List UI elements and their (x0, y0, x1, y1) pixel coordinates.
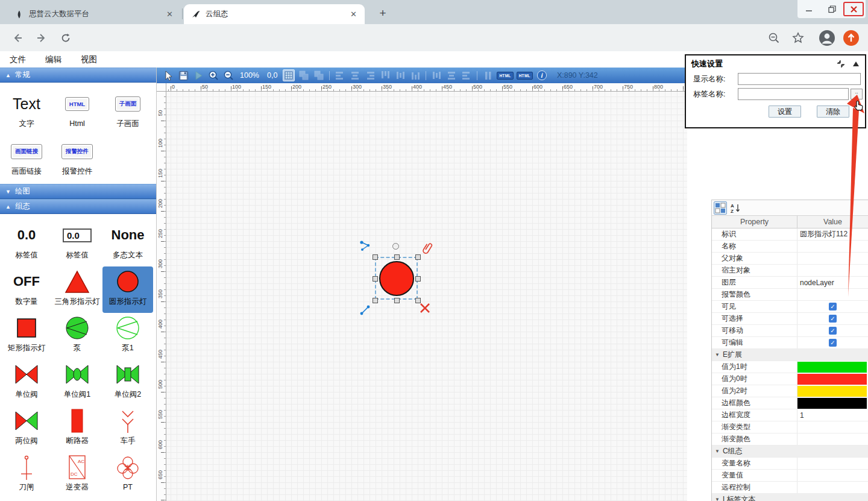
selection-handle[interactable] (415, 254, 421, 260)
color-swatch[interactable] (797, 386, 867, 397)
property-value[interactable]: 1 (797, 409, 868, 421)
color-swatch[interactable] (797, 374, 867, 385)
palette-general-item-button[interactable]: HTMLHtml (52, 89, 102, 136)
palette-general-item-text[interactable]: Text文字 (1, 89, 52, 136)
palette-scada-item-big-text[interactable]: None多态文本 (102, 220, 153, 266)
color-swatch[interactable] (797, 362, 867, 373)
property-row[interactable]: 变量值 (712, 470, 868, 482)
property-row[interactable]: 值为2时 (712, 385, 868, 397)
back-icon[interactable] (8, 29, 27, 47)
selection-handle[interactable] (415, 298, 421, 303)
checkbox-checked-icon[interactable]: ✓ (829, 303, 837, 310)
connect-tool-icon[interactable] (359, 240, 371, 252)
property-row[interactable]: 变量名称 (712, 458, 868, 470)
new-tab-button[interactable]: + (375, 5, 391, 21)
property-row[interactable]: 父对象 (712, 253, 868, 265)
bookmark-star-icon[interactable] (790, 30, 807, 46)
property-row[interactable]: 值为0时 (712, 373, 868, 385)
tag-name-input[interactable] (738, 88, 849, 100)
palette-scada-item-pt[interactable]: PT (102, 452, 153, 499)
selection-handle[interactable] (373, 254, 378, 260)
circle-indicator-object[interactable] (379, 261, 414, 296)
palette-general-item-button[interactable]: 子画面子画面 (102, 89, 153, 136)
collapse-up-icon[interactable] (852, 61, 860, 67)
minimize-button[interactable] (797, 1, 820, 17)
menu-item-1[interactable]: 文件 (10, 54, 26, 65)
checkbox-checked-icon[interactable]: ✓ (829, 315, 837, 323)
design-canvas[interactable] (166, 92, 687, 501)
palette-general-item-button[interactable]: 报警控件报警控件 (52, 136, 102, 184)
color-swatch[interactable] (797, 398, 867, 409)
property-row[interactable]: 渐变颜色 (712, 433, 868, 446)
checkbox-checked-icon[interactable]: ✓ (829, 339, 837, 347)
property-value[interactable]: 圆形指示灯112 (797, 228, 868, 240)
property-value[interactable] (797, 421, 868, 433)
palette-scada-item-handcart[interactable]: 车手 (102, 406, 153, 452)
property-row[interactable]: 宿主对象 (712, 265, 868, 277)
display-name-input[interactable] (738, 73, 861, 85)
html-export-button[interactable]: HTML (497, 72, 513, 80)
profile-avatar[interactable] (819, 30, 835, 46)
restore-button[interactable] (820, 1, 843, 17)
palette-scada-item-circle-indicator[interactable]: 圆形指示灯 (102, 266, 153, 313)
selection-handle[interactable] (373, 276, 378, 282)
forward-icon[interactable] (33, 29, 51, 47)
property-row[interactable]: 可移动✓ (712, 325, 868, 337)
clear-button[interactable]: 清除 (817, 106, 849, 118)
tag-browse-button[interactable]: .. (851, 89, 863, 99)
palette-scada-item-pump-outline[interactable]: 泵1 (102, 313, 153, 359)
tab-scada-editor[interactable]: 云组态 ✕ (184, 4, 365, 24)
property-value[interactable] (797, 289, 868, 300)
palette-scada-item-breaker[interactable]: 断路器 (52, 406, 102, 452)
property-value[interactable] (797, 470, 868, 481)
property-row[interactable]: 报警颜色 (712, 289, 868, 301)
selection-handle[interactable] (415, 276, 421, 282)
section-header-general[interactable]: ▲ 常规 (0, 68, 156, 83)
zoom-out-icon[interactable] (222, 69, 234, 81)
line-tool-icon[interactable] (359, 304, 371, 316)
property-group-row[interactable]: ▼E扩展 (712, 349, 868, 361)
property-value[interactable]: nodeLayer (797, 277, 868, 288)
info-icon[interactable]: i (536, 69, 548, 81)
select-tool-icon[interactable] (162, 69, 174, 81)
property-row[interactable]: 标识圆形指示灯112 (712, 228, 868, 241)
property-group-row[interactable]: ▼L标签文本 (712, 494, 868, 501)
property-value[interactable] (797, 265, 868, 276)
property-row[interactable]: 名称 (712, 241, 868, 253)
dock-collapse-icon[interactable] (837, 60, 845, 68)
property-row[interactable]: 渐变类型 (712, 421, 868, 433)
tab-platform[interactable]: 思普云大数据平台 ✕ (7, 4, 181, 24)
palette-scada-item-knife-switch[interactable]: 刀闸 (1, 452, 52, 499)
group-triangle-icon[interactable]: ▼ (715, 352, 720, 358)
palette-scada-item-big-text[interactable]: 0.0标签值 (1, 220, 52, 266)
browser-update-icon[interactable] (843, 30, 860, 46)
property-value[interactable] (797, 482, 868, 493)
palette-scada-item-pump[interactable]: 泵 (52, 313, 102, 359)
save-icon[interactable] (177, 69, 189, 81)
palette-scada-item-box-text[interactable]: 0.0标签值 (52, 220, 102, 266)
property-row[interactable]: 可编辑✓ (712, 337, 868, 349)
delete-x-icon[interactable] (420, 303, 432, 315)
sort-az-icon[interactable]: AZ (729, 201, 742, 215)
property-row[interactable]: 可选择✓ (712, 313, 868, 325)
palette-scada-item-valve-two-color[interactable]: 两位阀 (1, 406, 52, 452)
palette-scada-item-triangle-indicator[interactable]: 三角形指示灯 (52, 266, 102, 313)
group-triangle-icon[interactable]: ▼ (715, 449, 720, 454)
attach-paperclip-icon[interactable] (422, 242, 434, 254)
palette-scada-item-rect-indicator[interactable]: 矩形指示灯 (1, 313, 52, 359)
selection-handle[interactable] (373, 298, 378, 303)
property-row[interactable]: 图层nodeLayer (712, 277, 868, 289)
grid-toggle-icon[interactable] (283, 69, 295, 81)
menu-item-3[interactable]: 视图 (81, 54, 97, 65)
palette-scada-item-valve-green-oval[interactable]: 单位阀1 (52, 359, 102, 406)
palette-scada-item-big-text[interactable]: OFF数字量 (1, 266, 52, 313)
property-group-row[interactable]: ▼C组态 (712, 446, 868, 458)
section-header-drawing[interactable]: ▼ 绘图 (0, 184, 156, 199)
palette-general-item-button[interactable]: 画面链接画面链接 (1, 136, 52, 184)
property-row[interactable]: 远程控制 (712, 482, 868, 494)
zoom-in-icon[interactable] (207, 69, 219, 81)
group-triangle-icon[interactable]: ▼ (715, 497, 720, 501)
menu-item-2[interactable]: 编辑 (45, 54, 61, 65)
tab-close-icon[interactable]: ✕ (165, 9, 175, 19)
section-header-scada[interactable]: ▲ 组态 (0, 199, 156, 214)
